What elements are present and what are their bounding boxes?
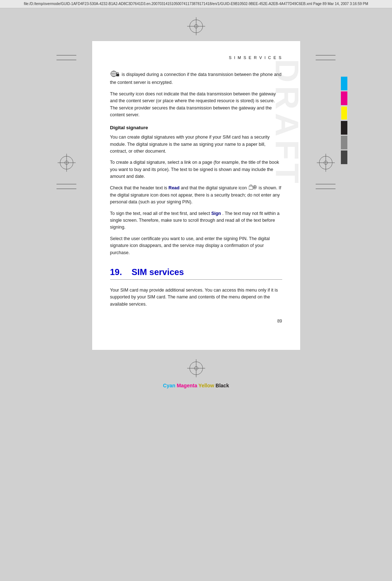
top-crosshair — [187, 17, 205, 35]
left-rule-mid2 — [57, 189, 76, 189]
para-6-sign-link: Sign — [211, 211, 221, 216]
left-mid-crosshair — [58, 154, 76, 172]
page-wrapper: file:/D:/temp/overmode/GUID-1AFD4F23-530… — [0, 0, 392, 392]
svg-rect-13 — [249, 186, 253, 189]
right-margin — [301, 41, 351, 350]
magenta-label: Magenta — [177, 383, 197, 388]
yellow-label: Yellow — [198, 383, 214, 388]
para-6: To sign the text, read all of the text f… — [110, 210, 282, 231]
left-rule-top2 — [57, 60, 76, 60]
top-crosshair-area — [0, 8, 392, 41]
right-rule-mid — [316, 184, 335, 184]
left-margin — [41, 41, 92, 350]
para-5-read-link: Read — [168, 185, 180, 190]
section-header: S I M s e r v i c e s — [110, 55, 282, 60]
para-5-prefix: Check that the header text is — [110, 185, 167, 190]
left-rule-mid — [57, 184, 76, 184]
bottom-crosshair — [187, 359, 205, 377]
bottom-crosshair-area — [0, 350, 392, 383]
digital-signature-heading: Digital signature — [110, 125, 282, 130]
black-bar — [341, 121, 347, 135]
para-5: Check that the header text is Read and t… — [110, 185, 282, 206]
cyan-bar — [341, 77, 347, 90]
cmyk-bar: Cyan Magenta Yellow Black — [0, 383, 392, 392]
para-6-prefix: To sign the text, read all of the text f… — [110, 211, 210, 216]
para-2: The security icon does not indicate that… — [110, 91, 282, 119]
chapter-para: Your SIM card may provide additional ser… — [110, 287, 282, 308]
para-5-icon — [249, 185, 257, 192]
svg-rect-12 — [116, 74, 119, 76]
para-1-text: is displayed during a connection if the … — [110, 72, 282, 85]
page-number: 89 — [110, 319, 282, 324]
para-5-middle: and that the digital signature icon — [181, 185, 247, 190]
dark-bar — [341, 150, 347, 164]
black-label: Black — [216, 383, 229, 388]
main-row: DRAFT S I M s e r v i c e s — [0, 41, 392, 350]
right-mid-crosshair — [317, 154, 335, 172]
security-icon-inline — [110, 71, 120, 79]
gray-bar — [341, 136, 347, 149]
filepath-text: file:/D:/temp/overmode/GUID-1AFD4F23-530… — [24, 2, 368, 6]
right-rule-top2 — [316, 60, 335, 60]
para-7: Select the user certificate you want to … — [110, 235, 282, 256]
yellow-bar — [341, 106, 347, 120]
color-bars — [341, 77, 347, 164]
magenta-bar — [341, 91, 347, 105]
para-1: is displayed during a connection if the … — [110, 71, 282, 86]
left-rule-top — [57, 55, 76, 55]
chapter-title: SIM services — [132, 267, 184, 277]
chapter-19-heading: 19. SIM services — [110, 267, 282, 280]
chapter-number: 19. — [110, 267, 125, 277]
cyan-label: Cyan — [163, 383, 175, 388]
para-4: To create a digital signature, select a … — [110, 159, 282, 180]
right-rule-top — [316, 55, 335, 55]
filepath-bar: file:/D:/temp/overmode/GUID-1AFD4F23-530… — [0, 0, 392, 8]
para-3: You can create digital signatures with y… — [110, 134, 282, 155]
page-content: DRAFT S I M s e r v i c e s — [92, 41, 301, 350]
right-rule-mid2 — [316, 189, 335, 189]
